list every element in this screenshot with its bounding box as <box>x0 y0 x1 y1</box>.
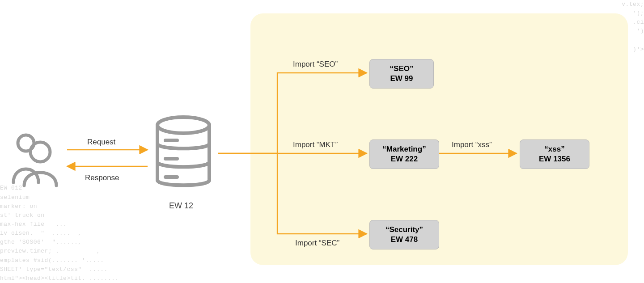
label-response: Response <box>85 173 119 182</box>
arrow-import-sec <box>277 153 367 234</box>
label-request: Request <box>87 138 115 147</box>
module-mkt-id: EW 222 <box>375 154 433 164</box>
module-sec-id: EW 478 <box>375 235 433 245</box>
label-import-sec: Import “SEC” <box>295 239 339 248</box>
module-xss-name: “xss” <box>525 144 584 154</box>
database-caption: EW 12 <box>169 201 193 211</box>
module-marketing: “Marketing” EW 222 <box>369 139 439 169</box>
module-seo-id: EW 99 <box>375 74 428 84</box>
module-mkt-name: “Marketing” <box>375 144 433 154</box>
label-import-mkt: Import “MKT” <box>293 140 338 149</box>
module-xss-id: EW 1356 <box>525 154 584 164</box>
label-import-xss: Import “xss” <box>452 140 492 149</box>
svg-point-2 <box>157 117 209 133</box>
label-import-seo: Import “SEO” <box>293 60 338 69</box>
module-xss: “xss” EW 1356 <box>520 139 589 169</box>
module-seo-name: “SEO” <box>375 64 428 74</box>
module-sec-name: “Security” <box>375 225 433 235</box>
module-seo: “SEO” EW 99 <box>369 59 434 89</box>
svg-point-1 <box>30 142 50 162</box>
module-security: “Security” EW 478 <box>369 220 439 249</box>
